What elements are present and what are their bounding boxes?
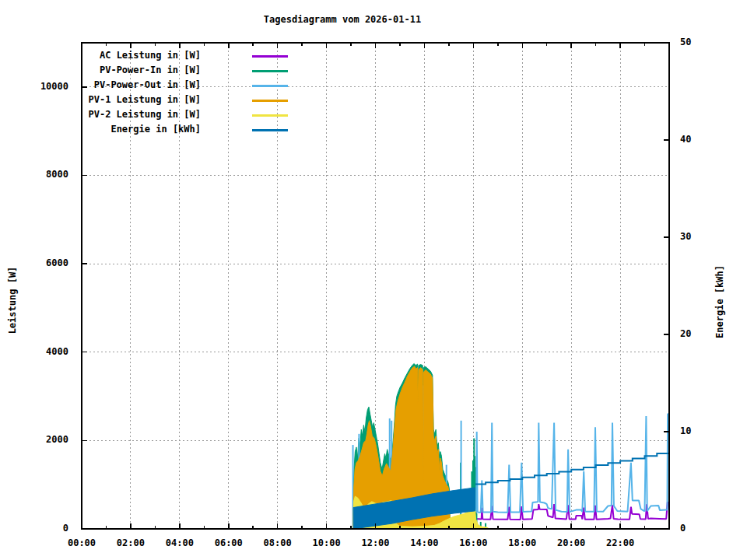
y-tick-label: 8000 [14,169,68,180]
legend-label-1: AC Leistung in [W] [30,50,201,61]
series-step-line [475,451,669,485]
y2-tick-label: 40 [680,134,711,145]
x-tick-label: 02:00 [107,537,154,548]
x-tick-label: 00:00 [58,537,105,548]
legend-swatch-6 [252,129,288,131]
x-tick-label: 08:00 [254,537,301,548]
y2-tick-label: 30 [680,231,711,242]
series-line [476,414,669,513]
y-tick-label: 2000 [14,434,68,445]
y-tick-label: 4000 [14,346,68,357]
x-tick-label: 20:00 [548,537,594,548]
y2-tick-label: 10 [680,425,711,436]
legend-label-5: PV-2 Leistung in [W] [30,109,201,120]
y2-tick-label: 20 [680,328,711,339]
y2-tick-label: 50 [680,37,711,47]
chart-title: Tagesdiagramm vom 2026-01-11 [264,14,421,25]
legend-label-3: PV-Power-Out in [W] [30,79,201,90]
x-tick-label: 22:00 [597,537,644,548]
legend-swatch-4 [252,100,288,102]
x-tick-label: 16:00 [450,537,496,548]
x-tick-label: 14:00 [401,537,447,548]
y-tick-label: 6000 [14,257,68,268]
y-axis-label-left: Leistung [W] [7,267,18,334]
x-tick-label: 18:00 [499,537,545,548]
legend-swatch-5 [252,114,288,117]
x-tick-label: 06:00 [205,537,252,548]
legend-label-2: PV-Power-In in [W] [30,65,201,75]
chart: Tagesdiagramm vom 2026-01-11 Leistung [W… [0,0,747,560]
legend-swatch-1 [252,55,288,58]
legend-label-6: Energie in [kWh] [30,124,201,135]
y-tick-label: 0 [14,523,68,534]
legend-swatch-3 [252,85,288,87]
x-tick-label: 12:00 [352,537,399,548]
legend-label-4: PV-1 Leistung in [W] [30,94,201,105]
x-tick-label: 10:00 [303,537,350,548]
y2-tick-label: 0 [680,523,711,534]
x-tick-label: 04:00 [156,537,203,548]
legend-swatch-2 [252,70,288,72]
y-axis-label-right: Energie [kWh] [714,265,725,338]
